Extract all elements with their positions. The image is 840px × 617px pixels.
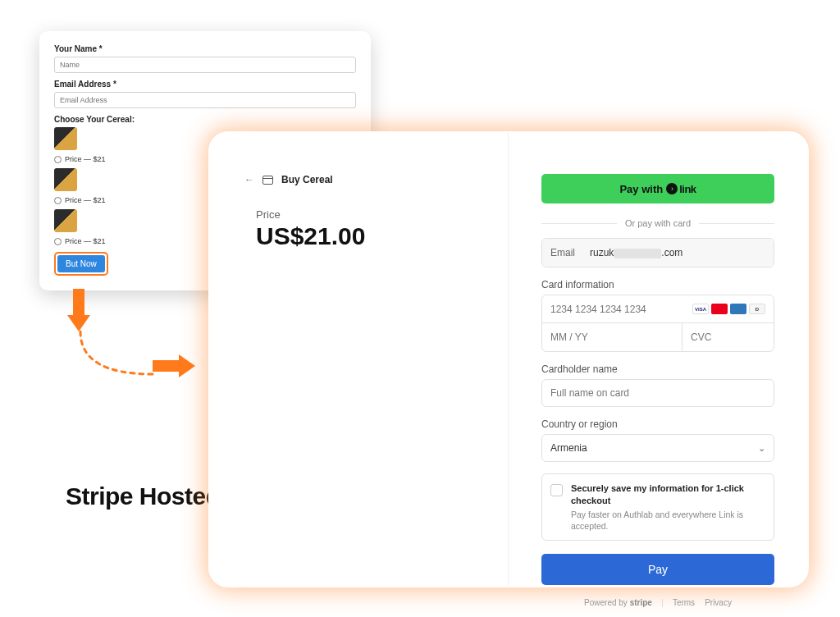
- but-now-button[interactable]: But Now: [57, 255, 105, 272]
- card-cvc-input[interactable]: [682, 323, 774, 351]
- cereal-radio-3[interactable]: [54, 238, 62, 245]
- terms-link[interactable]: Terms: [673, 598, 695, 607]
- cereal-radio-1[interactable]: [54, 156, 62, 163]
- save-info-box[interactable]: Securely save my information for 1-click…: [541, 473, 774, 541]
- pay-with-link-button[interactable]: Pay with › link: [541, 174, 774, 203]
- email-label: Email Address *: [54, 80, 356, 89]
- chevron-down-icon: ⌄: [758, 443, 765, 454]
- link-logo: › link: [666, 183, 696, 195]
- pay-button[interactable]: Pay: [541, 554, 774, 585]
- name-label: Your Name *: [54, 44, 356, 53]
- save-info-subtitle: Pay faster on Authlab and everywhere Lin…: [571, 509, 765, 532]
- visa-icon: VISA: [692, 304, 709, 314]
- cereal-radio-2[interactable]: [54, 197, 62, 204]
- email-row: Email ruzuk.com: [541, 238, 774, 267]
- price-label: Price: [256, 208, 483, 221]
- link-logo-icon: ›: [666, 183, 678, 194]
- email-value[interactable]: ruzuk.com: [590, 247, 765, 258]
- checkout-summary-pane: ← Buy Cereal Price US$21.00: [210, 133, 509, 586]
- merchant-window-icon: [262, 176, 273, 185]
- country-value: Armenia: [550, 442, 587, 454]
- country-select[interactable]: Armenia ⌄: [541, 434, 774, 462]
- email-masked: [614, 249, 661, 258]
- email-field-label: Email: [550, 247, 590, 258]
- cereal-image-3: [54, 209, 77, 232]
- stripe-checkout-card: ← Buy Cereal Price US$21.00 Pay with › l…: [210, 133, 807, 586]
- but-now-highlight: But Now: [54, 252, 108, 276]
- card-section-label: Card information: [541, 279, 774, 290]
- choose-cereal-label: Choose Your Cereal:: [54, 115, 356, 124]
- mastercard-icon: [711, 304, 728, 314]
- privacy-link[interactable]: Privacy: [705, 598, 732, 607]
- or-divider: Or pay with card: [541, 218, 774, 228]
- cereal-image-2: [54, 168, 77, 191]
- arrow-right-icon: [153, 354, 195, 377]
- merchant-name: Buy Cereal: [281, 174, 333, 185]
- amex-icon: [730, 304, 746, 314]
- arrow-down-icon: [67, 289, 90, 331]
- checkout-footer: Powered by stripe Terms Privacy: [541, 598, 774, 607]
- email-input[interactable]: [54, 92, 356, 108]
- card-input-group: VISA D: [541, 295, 774, 352]
- dashed-connector: [75, 328, 158, 386]
- save-info-checkbox[interactable]: [550, 484, 563, 496]
- price-amount: US$21.00: [256, 222, 483, 250]
- card-number-input[interactable]: [550, 304, 692, 315]
- card-brand-icons: VISA D: [692, 304, 765, 314]
- checkout-form-pane: Pay with › link Or pay with card Email r…: [509, 133, 807, 586]
- save-info-title: Securely save my information for 1-click…: [571, 482, 765, 507]
- discover-icon: D: [749, 304, 765, 314]
- cardholder-name-input[interactable]: [541, 379, 774, 407]
- country-label: Country or region: [541, 418, 774, 430]
- name-input[interactable]: [54, 57, 356, 73]
- card-expiry-input[interactable]: [542, 323, 682, 351]
- cardholder-label: Cardholder name: [541, 363, 774, 375]
- back-arrow-icon[interactable]: ←: [244, 174, 254, 185]
- cereal-image-1: [54, 127, 77, 150]
